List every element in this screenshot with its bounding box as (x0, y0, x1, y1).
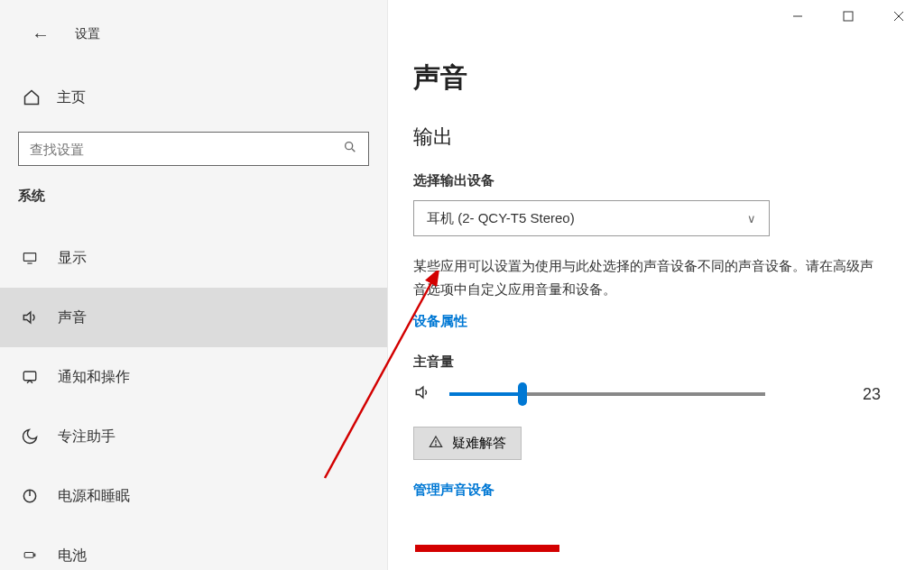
window-title: 设置 (75, 26, 100, 42)
nav-label: 专注助手 (58, 428, 116, 446)
troubleshoot-label: 疑难解答 (452, 435, 506, 452)
svg-rect-10 (844, 12, 853, 21)
output-description: 某些应用可以设置为使用与此处选择的声音设备不同的声音设备。请在高级声音选项中自定… (413, 254, 873, 300)
nav-label: 显示 (58, 249, 87, 268)
search-icon (343, 140, 357, 158)
focus-icon (20, 427, 40, 446)
window-controls (772, 0, 924, 32)
dropdown-value: 耳机 (2- QCY-T5 Stereo) (427, 210, 747, 227)
close-button[interactable] (873, 0, 924, 32)
nav-label: 电池 (58, 547, 87, 565)
home-label: 主页 (57, 88, 86, 107)
svg-rect-7 (24, 553, 33, 558)
troubleshoot-button[interactable]: 疑难解答 (413, 427, 522, 460)
speaker-icon[interactable] (413, 383, 431, 405)
annotation-underline (415, 545, 559, 552)
battery-icon (20, 546, 40, 565)
category-label: 系统 (0, 166, 387, 216)
sidebar-item-sound[interactable]: 声音 (0, 288, 387, 347)
sidebar-item-notifications[interactable]: 通知和操作 (0, 347, 387, 407)
sidebar-item-power[interactable]: 电源和睡眠 (0, 466, 387, 526)
volume-value: 23 (863, 385, 881, 404)
volume-label: 主音量 (413, 354, 899, 371)
manage-devices-link[interactable]: 管理声音设备 (413, 482, 494, 499)
nav-label: 通知和操作 (58, 368, 130, 387)
nav-label: 电源和睡眠 (58, 487, 130, 506)
maximize-button[interactable] (823, 0, 873, 32)
device-properties-link[interactable]: 设备属性 (413, 313, 467, 330)
svg-point-0 (346, 142, 353, 150)
svg-rect-4 (23, 372, 36, 381)
volume-control: 23 (413, 383, 899, 405)
page-title: 声音 (413, 60, 899, 97)
sound-icon (20, 308, 40, 327)
main-content: 声音 输出 选择输出设备 耳机 (2- QCY-T5 Stereo) ∨ 某些应… (388, 0, 924, 570)
power-icon (20, 486, 40, 506)
nav-label: 声音 (58, 308, 87, 327)
sidebar: ← 设置 主页 系统 显示 声音 (0, 0, 388, 570)
search-input[interactable] (18, 132, 369, 166)
back-button[interactable]: ← (32, 24, 50, 45)
home-icon (23, 88, 41, 106)
sidebar-item-battery[interactable]: 电池 (0, 526, 387, 570)
output-section-title: 输出 (413, 124, 899, 151)
volume-slider[interactable] (449, 392, 765, 396)
nav-list: 显示 声音 通知和操作 专注助手 电源和睡眠 电池 (0, 228, 387, 570)
minimize-button[interactable] (772, 0, 823, 32)
svg-point-14 (436, 445, 437, 446)
svg-rect-8 (34, 554, 35, 556)
svg-line-1 (352, 149, 355, 152)
sidebar-item-focus[interactable]: 专注助手 (0, 407, 387, 466)
display-icon (20, 248, 40, 268)
notify-icon (20, 367, 40, 387)
sidebar-item-display[interactable]: 显示 (0, 228, 387, 288)
output-device-label: 选择输出设备 (413, 172, 899, 189)
home-nav[interactable]: 主页 (0, 79, 387, 115)
chevron-down-icon: ∨ (747, 212, 756, 225)
search-field[interactable] (30, 142, 343, 157)
warning-icon (429, 435, 443, 452)
slider-fill (449, 392, 522, 396)
slider-thumb[interactable] (518, 382, 527, 406)
svg-rect-2 (23, 253, 35, 262)
output-device-dropdown[interactable]: 耳机 (2- QCY-T5 Stereo) ∨ (413, 200, 770, 236)
